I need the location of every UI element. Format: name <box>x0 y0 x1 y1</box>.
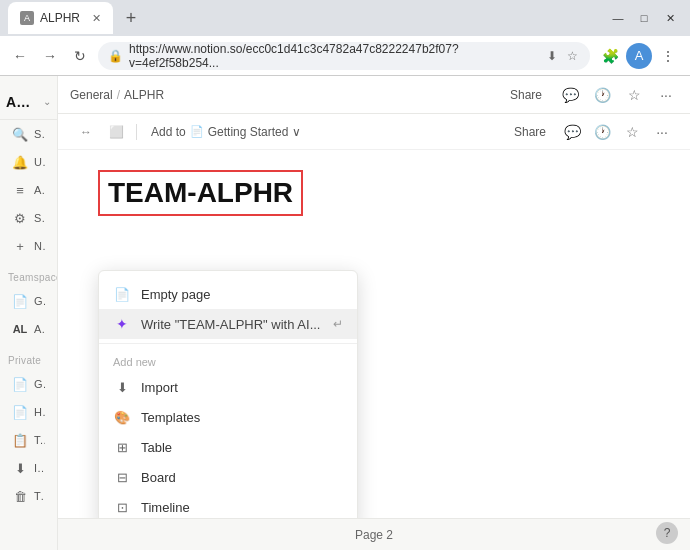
updates-icon: 🔔 <box>12 154 28 170</box>
sidebar-item-settings[interactable]: ⚙ Setti... <box>4 205 53 231</box>
help-button[interactable]: ? <box>656 522 678 544</box>
extensions-button[interactable]: 🧩 <box>596 42 624 70</box>
menu-item-board[interactable]: ⊟ Board <box>99 462 357 492</box>
sidebar-all-label: All t... <box>34 184 45 196</box>
sidebar-ho-label: Ho... <box>34 406 45 418</box>
tab-favicon: A <box>20 11 34 25</box>
sidebar-item-general[interactable]: 📄 Gene... <box>4 288 53 314</box>
sidebar-item-templates[interactable]: 📋 Tem... <box>4 427 53 453</box>
menu-divider-1 <box>99 343 357 344</box>
sidebar-item-all-pages[interactable]: ≡ All t... <box>4 177 53 203</box>
sidebar-import-label: Impo... <box>34 462 45 474</box>
page-view-button[interactable]: ⬜ <box>104 120 128 144</box>
sidebar-settings-label: Setti... <box>34 212 45 224</box>
page-number-label: Page 2 <box>355 528 393 542</box>
app-content: ALPHR ⌄ 🔍 Search 🔔 Upd... ≡ All t... ⚙ S… <box>0 76 690 550</box>
more-options-icon[interactable]: ··· <box>654 83 678 107</box>
teamspace-section-label: Teamspace <box>0 260 57 287</box>
url-star-icon[interactable]: ☆ <box>564 48 580 64</box>
breadcrumb-current[interactable]: ALPHR <box>124 88 164 102</box>
sidebar-al-label: AL... <box>34 323 45 335</box>
templates-menu-icon: 🎨 <box>113 408 131 426</box>
trash-icon: 🗑 <box>12 488 28 504</box>
table-icon: ⊞ <box>113 438 131 456</box>
ai-write-arrow-icon: ↵ <box>333 317 343 331</box>
timeline-icon: ⊡ <box>113 498 131 516</box>
forward-button[interactable]: → <box>38 44 62 68</box>
general-page-icon: 📄 <box>12 293 28 309</box>
sidebar-item-import[interactable]: ⬇ Impo... <box>4 455 53 481</box>
menu-item-empty-page[interactable]: 📄 Empty page <box>99 279 357 309</box>
back-button[interactable]: ← <box>8 44 32 68</box>
page-content: TEAM-ALPHR 📄 Empty page ✦ Write "TEAM-AL… <box>58 150 690 518</box>
sidebar-gen2-label: Gen... <box>34 378 45 390</box>
templates-sidebar-icon: 📋 <box>12 432 28 448</box>
sidebar-item-search[interactable]: 🔍 Search <box>4 121 53 147</box>
address-bar: ← → ↻ 🔒 https://www.notion.so/ecc0c1d41c… <box>0 36 690 76</box>
sidebar-item-ho[interactable]: 📄 Ho... <box>4 399 53 425</box>
menu-item-table[interactable]: ⊞ Table <box>99 432 357 462</box>
import-sidebar-icon: ⬇ <box>12 460 28 476</box>
empty-page-label: Empty page <box>141 287 343 302</box>
menu-item-import[interactable]: ⬇ Import <box>99 372 357 402</box>
sidebar-new-label: New... <box>34 240 45 252</box>
workspace-chevron-icon: ⌄ <box>43 96 51 107</box>
menu-item-templates[interactable]: 🎨 Templates <box>99 402 357 432</box>
url-text: https://www.notion.so/ecc0c1d41c3c4782a4… <box>129 42 538 70</box>
private-section-label: Private <box>0 343 57 370</box>
workspace-name: ALPHR <box>6 94 35 110</box>
menu-item-timeline[interactable]: ⊡ Timeline <box>99 492 357 518</box>
add-new-section: Add new <box>99 348 357 372</box>
full-width-button[interactable]: ↔ <box>74 120 98 144</box>
sidebar-item-updates[interactable]: 🔔 Upd... <box>4 149 53 175</box>
sidebar-item-gen2[interactable]: 📄 Gen... <box>4 371 53 397</box>
comments-icon[interactable]: 💬 <box>558 83 582 107</box>
page-toolbar-right: Share 💬 🕐 ☆ ··· <box>506 120 674 144</box>
sidebar-item-al[interactable]: AL AL... <box>4 316 53 342</box>
sidebar-updates-label: Upd... <box>34 156 45 168</box>
tab-close-button[interactable]: ✕ <box>92 12 101 25</box>
ho-icon: 📄 <box>12 404 28 420</box>
sidebar-general-label: Gene... <box>34 295 45 307</box>
profile-button[interactable]: A <box>626 43 652 69</box>
url-download-icon: ⬇ <box>544 48 560 64</box>
all-pages-icon: ≡ <box>12 182 28 198</box>
notion-toolbar-right: Share 💬 🕐 ☆ ··· <box>502 83 678 107</box>
dropdown-menu: 📄 Empty page ✦ Write "TEAM-ALPHR" with A… <box>98 270 358 518</box>
favorite-icon[interactable]: ☆ <box>622 83 646 107</box>
page-more-icon[interactable]: ··· <box>650 120 674 144</box>
sidebar-templates-label: Tem... <box>34 434 45 446</box>
page-favorite-icon[interactable]: ☆ <box>620 120 644 144</box>
page-history-icon[interactable]: 🕐 <box>590 120 614 144</box>
share-button[interactable]: Share <box>502 85 550 105</box>
board-label: Board <box>141 470 343 485</box>
main-area: General / ALPHR Share 💬 🕐 ☆ ··· ↔ ⬜ <box>58 76 690 550</box>
sidebar-item-new[interactable]: + New... <box>4 233 53 259</box>
more-button[interactable]: ⋮ <box>654 42 682 70</box>
close-button[interactable]: ✕ <box>658 6 682 30</box>
sidebar-search-label: Search <box>34 128 45 140</box>
browser-frame: A ALPHR ✕ + — □ ✕ ← → ↻ 🔒 https://www.no… <box>0 0 690 550</box>
page-share-button[interactable]: Share <box>506 122 554 142</box>
refresh-button[interactable]: ↻ <box>68 44 92 68</box>
add-to-button[interactable]: Add to 📄 Getting Started ∨ <box>145 122 307 142</box>
url-bar[interactable]: 🔒 https://www.notion.so/ecc0c1d41c3c4782… <box>98 42 590 70</box>
bottom-bar: Page 2 ? <box>58 518 690 550</box>
breadcrumb: General / ALPHR <box>70 88 164 102</box>
minimize-button[interactable]: — <box>606 6 630 30</box>
menu-item-ai-write[interactable]: ✦ Write "TEAM-ALPHR" with AI... ↵ <box>99 309 357 339</box>
new-tab-button[interactable]: + <box>117 4 145 32</box>
page-title[interactable]: TEAM-ALPHR <box>98 170 303 216</box>
maximize-button[interactable]: □ <box>632 6 656 30</box>
sidebar-trash-label: Tras... <box>34 490 45 502</box>
al-page-icon: AL <box>12 321 28 337</box>
breadcrumb-general[interactable]: General <box>70 88 113 102</box>
templates-label: Templates <box>141 410 343 425</box>
active-tab[interactable]: A ALPHR ✕ <box>8 2 113 34</box>
sidebar-item-trash[interactable]: 🗑 Tras... <box>4 483 53 509</box>
history-icon[interactable]: 🕐 <box>590 83 614 107</box>
board-icon: ⊟ <box>113 468 131 486</box>
page-comments-icon[interactable]: 💬 <box>560 120 584 144</box>
tab-title: ALPHR <box>40 11 80 25</box>
import-label: Import <box>141 380 343 395</box>
